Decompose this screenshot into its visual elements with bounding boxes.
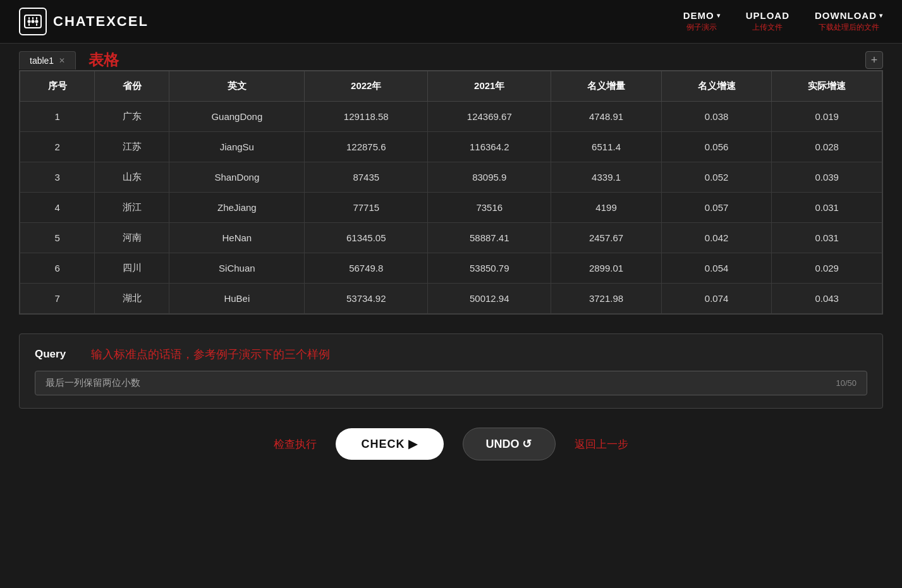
col-header-1: 省份 (95, 71, 169, 102)
nav-download-label: DOWNLOAD ▾ (815, 10, 883, 21)
query-header: Query 输入标准点的话语，参考例子演示下的三个样例 (35, 347, 867, 362)
cell-5-3: 56749.8 (305, 253, 428, 284)
data-table-container: 序号 省份 英文 2022年 2021年 名义增量 名义增速 实际增速 1广东G… (19, 70, 883, 315)
col-header-3: 2022年 (305, 71, 428, 102)
cell-3-2: ZheJiang (169, 193, 305, 223)
cell-0-0: 1 (20, 102, 95, 132)
col-header-6: 名义增速 (661, 71, 772, 102)
cell-5-1: 四川 (95, 253, 169, 284)
query-section: Query 输入标准点的话语，参考例子演示下的三个样例 10/50 (19, 333, 883, 409)
table-row: 5河南HeNan61345.0558887.412457.670.0420.03… (20, 223, 882, 253)
nav-area: DEMO ▾ 例子演示 UPLOAD 上传文件 DOWNLOAD ▾ 下载处理后… (683, 10, 883, 33)
cell-1-2: JiangSu (169, 132, 305, 162)
cell-1-5: 6511.4 (551, 132, 662, 162)
table-row: 2江苏JiangSu122875.6116364.26511.40.0560.0… (20, 132, 882, 162)
col-header-0: 序号 (20, 71, 95, 102)
nav-item-upload[interactable]: UPLOAD 上传文件 (746, 10, 789, 33)
table-header-row: 序号 省份 英文 2022年 2021年 名义增量 名义增速 实际增速 (20, 71, 882, 102)
header: ChatExcel DEMO ▾ 例子演示 UPLOAD 上传文件 DOWNLO… (0, 0, 902, 44)
table-title: 表格 (88, 50, 119, 70)
cell-0-6: 0.038 (661, 102, 772, 132)
check-prefix-label: 检查执行 (274, 437, 317, 452)
undo-suffix-label: 返回上一步 (575, 437, 628, 452)
add-tab-button[interactable]: + (865, 51, 883, 69)
cell-6-4: 50012.94 (428, 284, 551, 314)
cell-1-3: 122875.6 (305, 132, 428, 162)
tab-close-icon[interactable]: ✕ (59, 56, 65, 65)
cell-5-0: 6 (20, 253, 95, 284)
cell-3-6: 0.057 (661, 193, 772, 223)
cell-3-3: 77715 (305, 193, 428, 223)
logo-text: ChatExcel (53, 13, 149, 30)
logo-icon (19, 8, 47, 35)
table-row: 4浙江ZheJiang777157351641990.0570.031 (20, 193, 882, 223)
cell-6-7: 0.043 (772, 284, 882, 314)
cell-2-3: 87435 (305, 162, 428, 193)
cell-1-6: 0.056 (661, 132, 772, 162)
table-header: 序号 省份 英文 2022年 2021年 名义增量 名义增速 实际增速 (20, 71, 882, 102)
table-body: 1广东GuangDong129118.58124369.674748.910.0… (20, 102, 882, 314)
cell-3-0: 4 (20, 193, 95, 223)
table-row: 1广东GuangDong129118.58124369.674748.910.0… (20, 102, 882, 132)
cell-5-6: 0.054 (661, 253, 772, 284)
col-header-7: 实际增速 (772, 71, 882, 102)
cell-1-1: 江苏 (95, 132, 169, 162)
query-hint: 输入标准点的话语，参考例子演示下的三个样例 (91, 347, 330, 362)
query-input-row: 10/50 (35, 371, 867, 395)
chevron-down-icon-2: ▾ (879, 12, 883, 19)
tab-table1[interactable]: table1 ✕ (19, 51, 76, 69)
cell-1-4: 116364.2 (428, 132, 551, 162)
check-button[interactable]: CHECK ▶ (336, 428, 443, 460)
svg-point-1 (28, 20, 31, 23)
table-row: 7湖北HuBei53734.9250012.943721.980.0740.04… (20, 284, 882, 314)
cell-2-1: 山东 (95, 162, 169, 193)
cell-4-1: 河南 (95, 223, 169, 253)
cell-5-2: SiChuan (169, 253, 305, 284)
svg-point-2 (32, 20, 35, 23)
svg-point-3 (35, 20, 39, 23)
cell-4-6: 0.042 (661, 223, 772, 253)
logo-area: ChatExcel (19, 8, 149, 35)
cell-4-2: HeNan (169, 223, 305, 253)
query-label: Query (35, 348, 66, 361)
cell-4-7: 0.031 (772, 223, 882, 253)
cell-5-4: 53850.79 (428, 253, 551, 284)
table-row: 3山东ShanDong8743583095.94339.10.0520.039 (20, 162, 882, 193)
cell-3-5: 4199 (551, 193, 662, 223)
table-row: 6四川SiChuan56749.853850.792899.010.0540.0… (20, 253, 882, 284)
nav-item-download[interactable]: DOWNLOAD ▾ 下载处理后的文件 (815, 10, 883, 33)
col-header-4: 2021年 (428, 71, 551, 102)
bottom-actions: 检查执行 CHECK ▶ UNDO ↺ 返回上一步 (0, 428, 902, 479)
cell-2-4: 83095.9 (428, 162, 551, 193)
cell-4-3: 61345.05 (305, 223, 428, 253)
nav-demo-label: DEMO ▾ (683, 10, 721, 21)
cell-6-0: 7 (20, 284, 95, 314)
cell-1-0: 2 (20, 132, 95, 162)
chevron-down-icon: ▾ (717, 12, 721, 19)
cell-2-2: ShanDong (169, 162, 305, 193)
cell-4-5: 2457.67 (551, 223, 662, 253)
cell-0-7: 0.019 (772, 102, 882, 132)
cell-3-4: 73516 (428, 193, 551, 223)
cell-4-0: 5 (20, 223, 95, 253)
nav-download-sub: 下载处理后的文件 (819, 22, 879, 33)
cell-2-7: 0.039 (772, 162, 882, 193)
cell-3-1: 浙江 (95, 193, 169, 223)
tab-label: table1 (30, 56, 54, 66)
nav-item-demo[interactable]: DEMO ▾ 例子演示 (683, 10, 721, 33)
query-input[interactable] (46, 378, 836, 388)
cell-3-7: 0.031 (772, 193, 882, 223)
cell-6-1: 湖北 (95, 284, 169, 314)
cell-5-7: 0.029 (772, 253, 882, 284)
cell-0-4: 124369.67 (428, 102, 551, 132)
nav-upload-label: UPLOAD (746, 10, 789, 21)
cell-2-5: 4339.1 (551, 162, 662, 193)
cell-6-6: 0.074 (661, 284, 772, 314)
cell-6-3: 53734.92 (305, 284, 428, 314)
cell-6-5: 3721.98 (551, 284, 662, 314)
cell-0-2: GuangDong (169, 102, 305, 132)
cell-5-5: 2899.01 (551, 253, 662, 284)
cell-4-4: 58887.41 (428, 223, 551, 253)
undo-button[interactable]: UNDO ↺ (463, 428, 556, 460)
cell-0-5: 4748.91 (551, 102, 662, 132)
